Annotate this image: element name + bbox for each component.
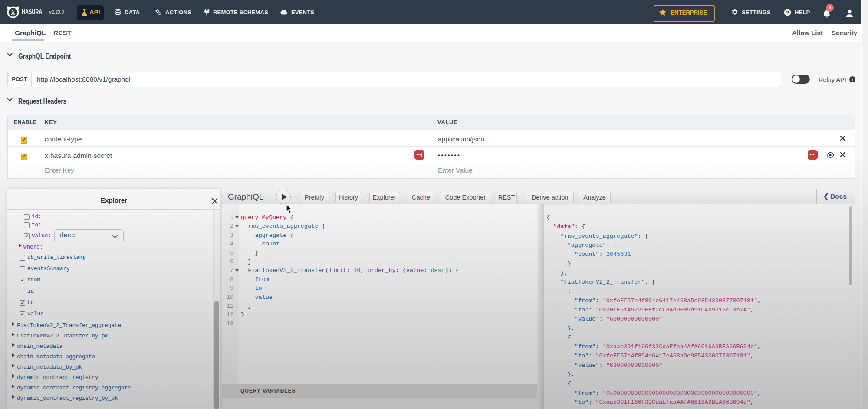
svg-text:?: ?	[786, 10, 789, 15]
svg-text:λ: λ	[11, 9, 15, 16]
